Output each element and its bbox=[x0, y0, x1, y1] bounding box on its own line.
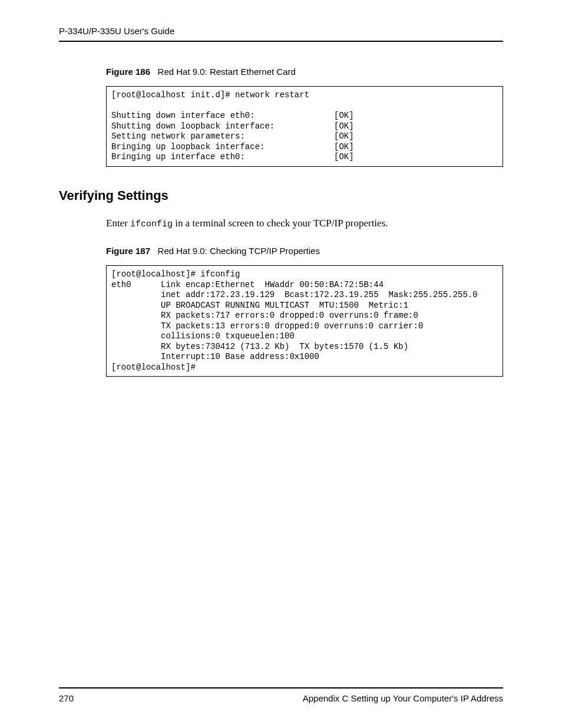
footer-row: 270 Appendix C Setting up Your Computer'… bbox=[59, 692, 503, 704]
body-code-inline: ifconfig bbox=[130, 219, 173, 229]
verifying-settings-body: Enter ifconfig in a terminal screen to c… bbox=[106, 216, 503, 230]
figure-187-title: Red Hat 9.0: Checking TCP/IP Properties bbox=[158, 246, 320, 256]
section-heading-verifying-settings: Verifying Settings bbox=[59, 187, 503, 205]
body-after: in a terminal screen to check your TCP/I… bbox=[173, 218, 388, 229]
footer: 270 Appendix C Setting up Your Computer'… bbox=[59, 687, 503, 704]
page-number: 270 bbox=[59, 692, 74, 704]
body-before: Enter bbox=[106, 218, 130, 229]
figure-187-label: Figure 187 bbox=[106, 246, 150, 256]
page: P-334U/P-335U User's Guide Figure 186 Re… bbox=[0, 0, 562, 728]
figure-186-label: Figure 186 bbox=[106, 67, 150, 77]
content-area: Figure 186 Red Hat 9.0: Restart Ethernet… bbox=[59, 42, 503, 377]
figure-187-caption: Figure 187 Red Hat 9.0: Checking TCP/IP … bbox=[106, 245, 503, 257]
figure-186-caption: Figure 186 Red Hat 9.0: Restart Ethernet… bbox=[106, 65, 503, 78]
running-header: P-334U/P-335U User's Guide bbox=[59, 25, 503, 41]
figure-187-code: [root@localhost]# ifconfig eth0 Link enc… bbox=[106, 265, 503, 377]
figure-186-code: [root@localhost init.d]# network restart… bbox=[106, 86, 503, 167]
footer-section-title: Appendix C Setting up Your Computer's IP… bbox=[303, 692, 503, 704]
footer-rule bbox=[59, 687, 503, 689]
figure-186-title: Red Hat 9.0: Restart Ethernet Card bbox=[158, 67, 296, 77]
